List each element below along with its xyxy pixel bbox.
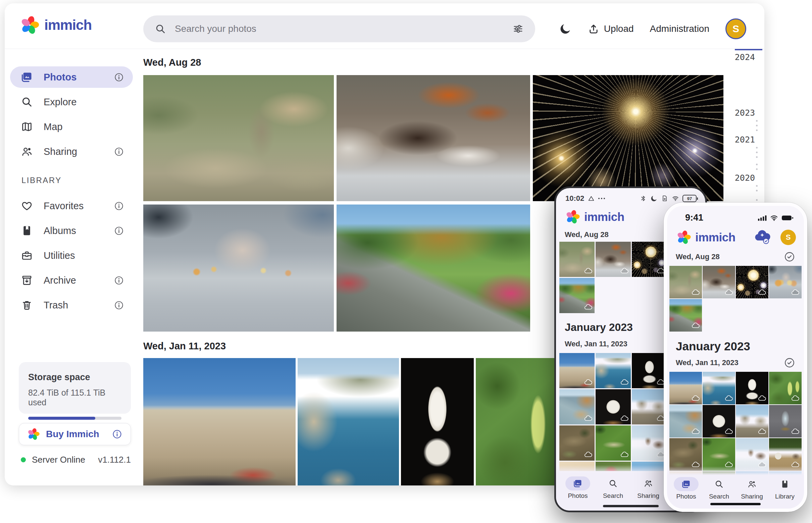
photo-fireworks[interactable]: [632, 242, 667, 277]
photo-path[interactable]: [669, 299, 702, 331]
info-icon[interactable]: [114, 146, 124, 157]
notification-triangle-icon: [588, 195, 595, 202]
photo-lizard2[interactable]: [595, 426, 631, 461]
photo-coast[interactable]: [703, 372, 735, 404]
photo-coast[interactable]: [595, 353, 631, 388]
server-status-row: Server Online v1.112.1: [21, 455, 131, 465]
info-icon[interactable]: [114, 300, 124, 310]
photo-lizard1[interactable]: [669, 438, 702, 471]
photo-sculpt2[interactable]: [595, 389, 631, 425]
info-icon[interactable]: [112, 429, 122, 439]
photo-zoo[interactable]: [559, 242, 594, 277]
info-icon[interactable]: [114, 201, 124, 211]
sidebar-item-archive[interactable]: Archive: [10, 270, 133, 291]
theme-toggle-button[interactable]: [559, 22, 572, 35]
timeline-year[interactable]: 2023: [735, 108, 755, 118]
timeline-scrubber[interactable]: 2024 2023 2021 2020: [724, 3, 764, 218]
storage-progress-fill: [28, 417, 95, 420]
user-avatar[interactable]: S: [780, 230, 796, 245]
photo-ruins[interactable]: [736, 405, 768, 437]
photo-path[interactable]: [336, 204, 530, 331]
storage-space-card: Storage space 82.4 TiB of 115.1 TiB used: [19, 362, 131, 414]
photo-dinner[interactable]: [703, 266, 735, 299]
photo-coast[interactable]: [298, 358, 399, 485]
dnd-moon-icon: [650, 195, 658, 202]
toolbox-icon: [21, 249, 33, 262]
photo-silver[interactable]: [769, 405, 801, 437]
battery-icon: 97: [683, 195, 696, 202]
select-all-check-icon[interactable]: [784, 357, 795, 368]
search-input[interactable]: Search your photos: [143, 15, 535, 42]
home-indicator[interactable]: [710, 503, 761, 505]
photos-icon: [565, 476, 590, 490]
sharing-people-icon: [740, 477, 764, 491]
administration-button[interactable]: Administration: [650, 23, 709, 34]
photo-bust[interactable]: [401, 358, 474, 485]
photo-lizard2[interactable]: [703, 438, 735, 471]
sidebar: Photos Explore Map Sharing LIBRARY Favor…: [10, 66, 133, 319]
trash-icon: [21, 299, 33, 311]
date-group-heading: Wed, Aug 28: [143, 57, 201, 68]
photo-path[interactable]: [559, 278, 594, 313]
photo-snow[interactable]: [736, 438, 768, 471]
tab-photos[interactable]: Photos: [563, 476, 592, 510]
photo-zoo[interactable]: [143, 75, 334, 201]
sidebar-item-sharing[interactable]: Sharing: [10, 141, 133, 162]
photo-hands[interactable]: [143, 204, 334, 331]
photo-hands[interactable]: [769, 266, 801, 299]
library-icon: [773, 477, 797, 491]
timeline-year[interactable]: 2024: [735, 52, 755, 62]
cloud-backup-icon: [791, 428, 799, 436]
photo-ruins[interactable]: [632, 389, 667, 425]
info-icon[interactable]: [114, 275, 124, 286]
photo-bust[interactable]: [736, 372, 768, 404]
photo-berries[interactable]: [769, 372, 801, 404]
timeline-year[interactable]: 2020: [735, 173, 755, 183]
sidebar-item-favorites[interactable]: Favorites: [10, 195, 133, 217]
select-all-check-icon[interactable]: [784, 251, 795, 263]
sidebar-item-explore[interactable]: Explore: [10, 91, 133, 113]
upload-button[interactable]: Upload: [588, 23, 634, 35]
buy-immich-button[interactable]: Buy Immich: [19, 423, 131, 445]
sidebar-item-photos[interactable]: Photos: [10, 66, 133, 88]
server-online-dot: [21, 457, 26, 462]
upload-label: Upload: [604, 23, 634, 34]
immich-logo[interactable]: immich: [20, 15, 92, 35]
top-navigation-bar: immich Search your photos Upload Adminis…: [5, 3, 764, 49]
tab-photos[interactable]: Photos: [672, 477, 701, 509]
photo-castle[interactable]: [559, 353, 594, 388]
sidebar-item-albums[interactable]: Albums: [10, 220, 133, 241]
photo-dinner[interactable]: [336, 75, 530, 201]
tab-library[interactable]: Library: [771, 477, 799, 509]
photo-fireworks[interactable]: [736, 266, 768, 299]
photo-lizard1[interactable]: [559, 426, 594, 461]
sidebar-item-map[interactable]: Map: [10, 116, 133, 138]
photo-snow[interactable]: [632, 426, 667, 461]
sidebar-item-trash[interactable]: Trash: [10, 294, 133, 316]
storage-progress-track: [28, 417, 121, 420]
photo-cliff[interactable]: [559, 389, 594, 425]
photo-farm[interactable]: [769, 438, 801, 471]
photo-cliff[interactable]: [669, 405, 702, 437]
info-icon[interactable]: [114, 226, 124, 236]
immich-flower-icon: [565, 210, 580, 224]
photo-castle[interactable]: [143, 358, 296, 485]
sidebar-item-utilities[interactable]: Utilities: [10, 245, 133, 266]
photos-icon: [21, 71, 33, 83]
timeline-year[interactable]: 2021: [735, 135, 755, 144]
photo-bust[interactable]: [632, 353, 667, 388]
photo-dinner[interactable]: [595, 242, 631, 277]
photo-castle[interactable]: [669, 372, 702, 404]
cloud-backup-icon: [758, 288, 766, 297]
photo-zoo[interactable]: [669, 266, 702, 299]
library-section-label: LIBRARY: [21, 176, 133, 185]
backup-cloud-icon[interactable]: [753, 230, 771, 245]
photo-fireworks[interactable]: [533, 75, 723, 201]
bluetooth-icon: [640, 195, 647, 202]
cloud-backup-icon: [724, 428, 733, 436]
timeline-tick: [756, 120, 758, 122]
photo-sculpt2[interactable]: [703, 405, 735, 437]
search-filter-icon[interactable]: [512, 23, 524, 35]
home-indicator[interactable]: [603, 505, 659, 507]
info-icon[interactable]: [114, 72, 124, 83]
